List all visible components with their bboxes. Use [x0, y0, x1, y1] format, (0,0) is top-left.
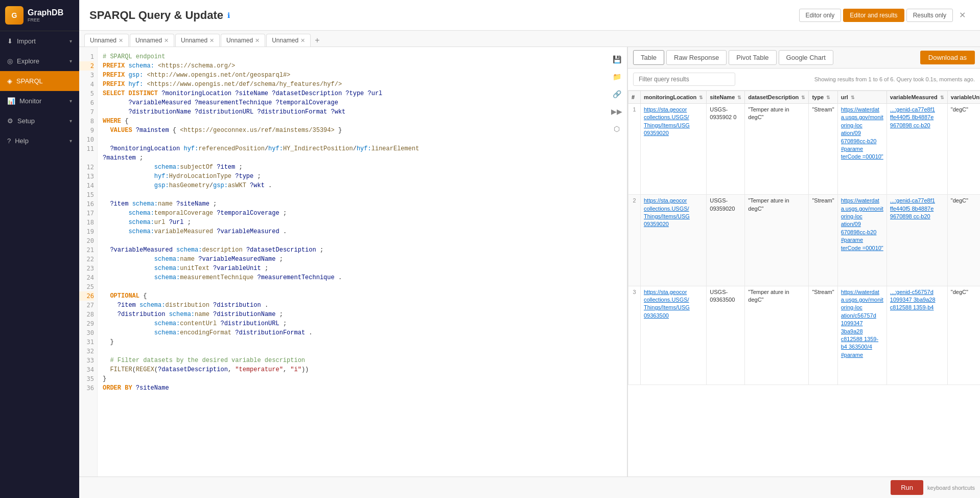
cell-dataset-desc: "Temper ature in degC": [745, 104, 809, 195]
sidebar-item-explore[interactable]: ◎ Explore ▾: [0, 51, 79, 71]
open-button[interactable]: 📁: [610, 70, 624, 84]
chevron-icon: ▾: [69, 98, 72, 104]
cell-site-name: USGS-0935902 0: [707, 104, 745, 195]
tab-close-icon[interactable]: ✕: [119, 37, 123, 44]
monitor-icon: 📊: [7, 97, 15, 105]
link-button[interactable]: 🔗: [610, 87, 624, 101]
sidebar: G GraphDB FREE ⬇ Import ▾ ◎ Explore ▾ ◈ …: [0, 0, 79, 498]
tab-close-icon[interactable]: ✕: [300, 37, 305, 44]
keyboard-shortcuts-label: keyboard shortcuts: [927, 485, 975, 491]
view-editor-only-button[interactable]: Editor only: [799, 9, 842, 22]
cell-type: "Stream": [809, 195, 837, 286]
cell-url[interactable]: https://waterdat a.usgs.gov/monit oring-…: [837, 195, 886, 286]
sidebar-item-sparql[interactable]: ◈ SPARQL: [0, 71, 79, 91]
col-site-name[interactable]: siteName ⇅: [707, 91, 745, 104]
cell-dataset-desc: "Temper ature in degC": [745, 286, 809, 385]
editor-tabs: Unnamed ✕ Unnamed ✕ Unnamed ✕ Unnamed ✕ …: [79, 31, 980, 47]
results-filter-bar: Showing results from 1 to 6 of 6. Query …: [628, 69, 980, 90]
table-row: 1 https://sta.geocor collections.USGS/ T…: [628, 104, 981, 195]
editor-tab-5[interactable]: Unnamed ✕: [266, 34, 311, 47]
sidebar-logo-text: GraphDB: [28, 8, 63, 17]
results-table: # monitoringLocation ⇅ siteName ⇅ datase…: [628, 90, 980, 385]
view-results-only-button[interactable]: Results only: [906, 9, 953, 22]
tab-google-chart[interactable]: Google Chart: [779, 50, 833, 65]
cell-type: "Stream": [809, 286, 837, 385]
editor-tab-1[interactable]: Unnamed ✕: [84, 34, 129, 47]
cell-url[interactable]: https://waterdat a.usgs.gov/monit oring-…: [837, 286, 886, 385]
tab-close-icon[interactable]: ✕: [164, 37, 169, 44]
table-row: 3 https://sta.geocor collections.USGS/ T…: [628, 286, 981, 385]
cell-variable-unit: "degC": [947, 286, 980, 385]
sidebar-logo: G GraphDB FREE: [0, 0, 79, 31]
filter-input[interactable]: [633, 73, 735, 86]
col-url[interactable]: url ⇅: [837, 91, 886, 104]
cell-variable-measured[interactable]: ...:genid-c56757d 1099347 3ba9a28 c81258…: [886, 286, 947, 385]
cell-variable-unit: "degC": [947, 195, 980, 286]
sidebar-item-label: Setup: [17, 117, 35, 125]
chevron-icon: ▾: [69, 118, 72, 124]
results-info: Showing results from 1 to 6 of 6. Query …: [814, 76, 975, 82]
col-variable-unit[interactable]: variableUnit ⇅: [947, 91, 980, 104]
sparql-icon: ◈: [7, 77, 12, 85]
sidebar-item-import[interactable]: ⬇ Import ▾: [0, 31, 79, 51]
results-table-wrapper[interactable]: # monitoringLocation ⇅ siteName ⇅ datase…: [628, 90, 980, 477]
tab-table[interactable]: Table: [633, 50, 664, 65]
cell-site-name: USGS-09359020: [707, 195, 745, 286]
cell-variable-measured[interactable]: ...:genid-ca77e8f1 ffe440f5 8b4887e 9670…: [886, 104, 947, 195]
sidebar-item-monitor[interactable]: 📊 Monitor ▾: [0, 91, 79, 111]
expand-button[interactable]: ▶▶: [610, 104, 624, 119]
view-toggle-group: Editor only Editor and results Results o…: [799, 8, 970, 22]
sidebar-item-help[interactable]: ? Help ▾: [0, 131, 79, 151]
editor-body: 1 2 3 4 5 6 7 8 9 10 11 12 13 14 15 16: [79, 47, 980, 477]
row-num: 3: [628, 286, 641, 385]
chevron-icon: ▾: [69, 58, 72, 64]
share-button[interactable]: ⬡: [610, 122, 624, 136]
view-editor-results-button[interactable]: Editor and results: [843, 9, 904, 22]
editor-tab-3[interactable]: Unnamed ✕: [175, 34, 220, 47]
cell-site-name: USGS-09363500: [707, 286, 745, 385]
add-tab-button[interactable]: +: [312, 35, 322, 46]
col-type[interactable]: type ⇅: [809, 91, 837, 104]
editor-bottom-bar: Run keyboard shortcuts: [79, 477, 980, 498]
cell-type: "Stream": [809, 104, 837, 195]
page-title: SPARQL Query & Update: [89, 9, 223, 22]
graphdb-logo-icon: G: [5, 6, 24, 25]
tab-close-icon[interactable]: ✕: [209, 37, 214, 44]
page-header: SPARQL Query & Update ℹ Editor only Edit…: [79, 0, 980, 31]
results-tabs: Table Raw Response Pivot Table Google Ch…: [628, 47, 980, 69]
save-button[interactable]: 💾: [610, 52, 624, 66]
col-variable-measured[interactable]: variableMeasured ⇅: [886, 91, 947, 104]
sidebar-item-label: SPARQL: [16, 77, 43, 85]
col-num: #: [628, 91, 641, 104]
cell-monitoring-location[interactable]: https://sta.geocor collections.USGS/ Thi…: [641, 195, 707, 286]
main-content: SPARQL Query & Update ℹ Editor only Edit…: [79, 0, 980, 498]
sidebar-logo-free: FREE: [28, 17, 63, 22]
table-row: 2 https://sta.geocor collections.USGS/ T…: [628, 195, 981, 286]
import-icon: ⬇: [7, 37, 13, 45]
sidebar-item-setup[interactable]: ⚙ Setup ▾: [0, 111, 79, 131]
setup-icon: ⚙: [7, 117, 13, 125]
editor-toolbar: 💾 📁 🔗 ▶▶ ⬡: [610, 52, 624, 136]
tab-close-icon[interactable]: ✕: [255, 37, 260, 44]
editor-tab-4[interactable]: Unnamed ✕: [221, 34, 265, 47]
chevron-icon: ▾: [69, 38, 72, 44]
run-button[interactable]: Run: [891, 480, 923, 495]
sidebar-item-label: Explore: [17, 57, 39, 65]
tab-raw-response[interactable]: Raw Response: [666, 50, 727, 65]
col-monitoring-location[interactable]: monitoringLocation ⇅: [641, 91, 707, 104]
cell-monitoring-location[interactable]: https://sta.geocor collections.USGS/ Thi…: [641, 286, 707, 385]
code-editor[interactable]: 1 2 3 4 5 6 7 8 9 10 11 12 13 14 15 16: [79, 47, 627, 477]
editor-tab-2[interactable]: Unnamed ✕: [130, 34, 174, 47]
tab-pivot-table[interactable]: Pivot Table: [729, 50, 776, 65]
cell-monitoring-location[interactable]: https://sta.geocor collections.USGS/ Thi…: [641, 104, 707, 195]
explore-icon: ◎: [7, 57, 13, 65]
col-dataset-desc[interactable]: datasetDescription ⇅: [745, 91, 809, 104]
cell-variable-measured[interactable]: ...:genid-ca77e8f1 ffe440f5 8b4887e 9670…: [886, 195, 947, 286]
cell-url[interactable]: https://waterdat a.usgs.gov/monit oring-…: [837, 104, 886, 195]
download-as-button[interactable]: Download as: [920, 51, 975, 64]
cell-variable-unit: "degC": [947, 104, 980, 195]
table-header-row: # monitoringLocation ⇅ siteName ⇅ datase…: [628, 91, 981, 104]
close-button[interactable]: ✕: [955, 8, 970, 22]
row-num: 1: [628, 104, 641, 195]
code-content[interactable]: # SPARQL endpoint PREFIX schema: <https:…: [98, 47, 627, 477]
